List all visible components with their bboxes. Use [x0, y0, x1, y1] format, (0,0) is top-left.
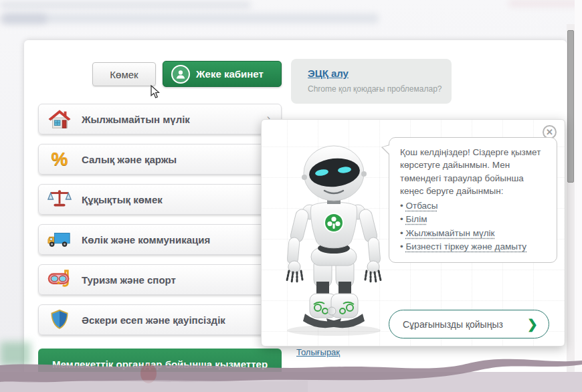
bottom-wave-overlay	[0, 359, 582, 392]
chatbot-popup: ✕	[261, 119, 565, 347]
sidebar-item-tax-finance[interactable]: % Салық және қаржы	[38, 144, 282, 175]
sidebar-item-label: Құқықтық көмек	[82, 194, 163, 205]
topic-link-real-estate[interactable]: Жылжымайтын мүлік	[406, 228, 495, 238]
topic-item: • Отбасы	[400, 199, 549, 212]
percent-icon: %	[47, 146, 72, 172]
scrollbar-thumb[interactable]	[567, 30, 574, 183]
top-blur-smudge	[0, 13, 47, 24]
sidebar-item-legal-help[interactable]: Құқықтық көмек	[38, 184, 282, 215]
ask-question-button[interactable]: Сұрағынызды қойыңыз ❯	[389, 310, 549, 338]
personal-cabinet-button[interactable]: Жеке кабинет	[163, 61, 282, 87]
sidebar-item-label: Әскери есеп және қауіпсіздік	[82, 314, 225, 326]
sidebar-item-tourism-sport[interactable]: Туризм және спорт	[38, 264, 282, 295]
top-blur-smudge	[0, 2, 251, 8]
sidebar-item-label: Туризм және спорт	[82, 274, 176, 286]
user-avatar-icon	[171, 65, 190, 84]
chatbot-greeting: Қош келдіңіздер! Сіздерге қызмет көрсету…	[400, 146, 549, 198]
help-button-label: Көмек	[110, 69, 138, 80]
screen: Көмек Жеке кабинет ЭЦҚ алу Chrome қол қо…	[0, 0, 582, 392]
topic-link-family[interactable]: Отбасы	[406, 201, 438, 211]
diving-mask-icon	[47, 267, 72, 292]
mouse-cursor	[150, 85, 160, 99]
sidebar-item-real-estate[interactable]: Жылжымайтын мүлік ›	[38, 104, 282, 134]
eds-info-box: ЭЦҚ алу Chrome қол қоюдағы проблемалар?	[291, 59, 452, 104]
house-icon	[47, 106, 72, 132]
topic-link-education[interactable]: Білім	[406, 214, 427, 224]
truck-icon	[47, 227, 72, 252]
robot-assistant-image	[272, 142, 396, 336]
sidebar-item-label: Салық және қаржы	[82, 154, 177, 165]
top-blur-smudge	[508, 0, 582, 7]
more-link[interactable]: Толығырақ	[296, 347, 340, 357]
sidebar-item-military-security[interactable]: Әскери есеп және қауіпсіздік	[38, 304, 282, 335]
shield-icon	[47, 307, 72, 332]
topic-link-business[interactable]: Бизнесті тіркеу және дамыту	[406, 241, 527, 252]
sidebar-item-label: Көлік және коммуникация	[82, 234, 210, 246]
help-button[interactable]: Көмек	[92, 62, 156, 86]
right-margin	[575, 0, 582, 392]
bubble-tail	[383, 145, 390, 155]
sidebar-item-transport[interactable]: Көлік және коммуникация	[38, 224, 282, 255]
chatbot-speech-bubble: Қош келдіңіздер! Сіздерге қызмет көрсету…	[389, 137, 557, 263]
topic-item: • Бизнесті тіркеу және дамыту	[400, 240, 549, 253]
topic-item: • Жылжымайтын мүлік	[400, 227, 549, 239]
topic-item: • Білім	[400, 213, 549, 225]
top-blur-smudge	[4, 13, 379, 23]
chatbot-topic-list: • Отбасы • Білім • Жылжымайтын мүлік • Б…	[400, 199, 549, 254]
personal-cabinet-label: Жеке кабинет	[196, 68, 264, 80]
eds-note: Chrome қол қоюдағы проблемалар?	[308, 84, 452, 94]
eds-link[interactable]: ЭЦҚ алу	[308, 68, 349, 79]
ask-question-label: Сұрағынызды қойыңыз	[403, 319, 527, 330]
arrow-right-icon: ❯	[527, 316, 538, 332]
scales-icon	[47, 187, 72, 212]
sidebar-item-label: Жылжымайтын мүлік	[82, 114, 190, 125]
